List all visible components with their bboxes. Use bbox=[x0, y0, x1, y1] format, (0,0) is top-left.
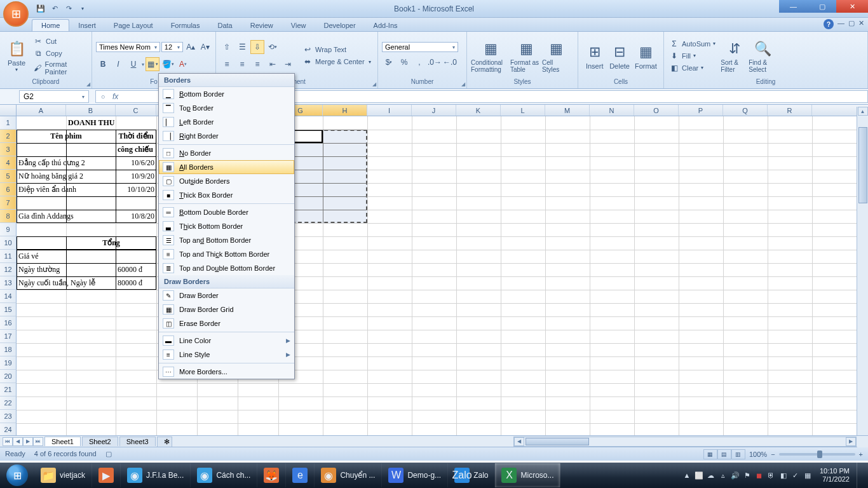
tray-icon[interactable]: ⬜ bbox=[694, 470, 704, 480]
column-header[interactable]: J bbox=[412, 105, 456, 116]
row-header[interactable]: 15 bbox=[0, 303, 17, 316]
border-draw-option[interactable]: ◫Erase Border bbox=[159, 316, 294, 330]
align-middle-icon[interactable]: ☰ bbox=[235, 40, 249, 54]
fill-color-button[interactable]: 🪣▾ bbox=[161, 57, 175, 71]
align-top-icon[interactable]: ⇧ bbox=[220, 40, 234, 54]
macro-record-icon[interactable]: ▢ bbox=[105, 450, 112, 458]
tray-icon[interactable]: ✓ bbox=[790, 470, 801, 480]
taskbar-item[interactable]: e bbox=[286, 463, 315, 487]
border-draw-option[interactable]: ≡Line Style▶ bbox=[159, 348, 294, 362]
tray-icon[interactable]: ◧ bbox=[778, 470, 789, 480]
font-color-button[interactable]: A▾ bbox=[176, 57, 190, 71]
copy-button[interactable]: ⧉Copy bbox=[32, 48, 88, 59]
format-cells-button[interactable]: ▦Format bbox=[632, 42, 660, 70]
dialog-launcher-icon[interactable]: ◢ bbox=[372, 81, 376, 87]
border-option[interactable]: ═Bottom Double Border bbox=[159, 205, 294, 219]
currency-icon[interactable]: $▾ bbox=[382, 55, 396, 69]
tray-icon[interactable]: ▦ bbox=[803, 470, 813, 480]
column-header[interactable]: P bbox=[679, 105, 723, 116]
ribbon-restore-icon[interactable]: ▢ bbox=[848, 19, 855, 29]
cell-styles-button[interactable]: ▦Cell Styles bbox=[542, 39, 570, 73]
row-header[interactable]: 7 bbox=[0, 196, 17, 210]
wrap-text-button[interactable]: ↩Wrap Text bbox=[301, 44, 372, 55]
tab-data[interactable]: Data bbox=[208, 20, 241, 31]
prev-sheet-icon[interactable]: ◀ bbox=[13, 437, 23, 446]
tab-home[interactable]: Home bbox=[32, 19, 69, 31]
border-option[interactable]: ▕Right Border bbox=[159, 129, 294, 143]
office-button[interactable] bbox=[3, 1, 29, 27]
undo-icon[interactable]: ↶ bbox=[49, 3, 60, 15]
cell[interactable]: Thời điểm bbox=[116, 130, 156, 143]
decrease-decimal-icon[interactable]: ←.0 bbox=[443, 55, 457, 69]
font-name-combo[interactable]: Times New Rom▾ bbox=[96, 42, 160, 52]
sheet-tab[interactable]: Sheet2 bbox=[82, 437, 118, 446]
taskbar-item[interactable]: ◉J.F.l.a Be... bbox=[121, 463, 191, 487]
cell[interactable]: 10/9/20 bbox=[116, 170, 156, 183]
qat-more-icon[interactable]: ▾ bbox=[77, 3, 88, 15]
taskbar-clock[interactable]: 10:10 PM 7/1/2022 bbox=[815, 467, 855, 484]
cut-button[interactable]: ✂Cut bbox=[32, 36, 88, 47]
increase-font-icon[interactable]: A▴ bbox=[184, 40, 198, 54]
row-header[interactable]: 22 bbox=[0, 396, 17, 410]
scroll-up-icon[interactable]: ▲ bbox=[858, 107, 868, 116]
align-left-icon[interactable]: ≡ bbox=[220, 57, 234, 71]
start-button[interactable]: ⊞ bbox=[0, 463, 34, 488]
border-option[interactable]: ≡Top and Thick Bottom Border bbox=[159, 247, 294, 261]
row-header[interactable]: 19 bbox=[0, 356, 17, 370]
italic-button[interactable]: I bbox=[111, 57, 125, 71]
ribbon-minimize-icon[interactable]: — bbox=[837, 19, 844, 29]
maximize-button[interactable]: ▢ bbox=[808, 0, 836, 13]
row-header[interactable]: 14 bbox=[0, 290, 17, 303]
border-option[interactable]: ■Thick Box Border bbox=[159, 188, 294, 202]
scrollbar-thumb[interactable] bbox=[526, 438, 589, 445]
align-bottom-icon[interactable]: ⇩ bbox=[250, 40, 264, 54]
paste-button[interactable]: 📋 Paste ▾ bbox=[4, 39, 29, 72]
border-draw-option[interactable]: ▦Draw Border Grid bbox=[159, 302, 294, 316]
column-header[interactable]: Q bbox=[723, 105, 768, 116]
ribbon-close-icon[interactable]: ✕ bbox=[858, 19, 864, 29]
sort-filter-button[interactable]: ⇵Sort & Filter bbox=[721, 39, 749, 73]
help-icon[interactable]: ? bbox=[824, 19, 834, 29]
fx-icon[interactable]: fx bbox=[110, 92, 121, 101]
increase-indent-icon[interactable]: ⇥ bbox=[281, 57, 295, 71]
scroll-left-icon[interactable]: ◀ bbox=[514, 437, 524, 446]
column-header[interactable]: M bbox=[545, 105, 590, 116]
number-format-combo[interactable]: General▾ bbox=[382, 42, 458, 52]
page-layout-view-icon[interactable]: ▤ bbox=[717, 449, 731, 459]
taskbar-item[interactable]: 🦊 bbox=[257, 463, 286, 487]
border-option[interactable]: ≣Top and Double Bottom Border bbox=[159, 261, 294, 275]
column-header[interactable]: N bbox=[590, 105, 634, 116]
percent-icon[interactable]: % bbox=[397, 55, 411, 69]
cell[interactable]: Ngày cuối tuần, Ngày lễ bbox=[17, 276, 128, 290]
taskbar-item[interactable]: WDemo-g... bbox=[382, 463, 448, 487]
select-all-corner[interactable] bbox=[0, 105, 17, 116]
taskbar-item[interactable]: ◉Chuyển ... bbox=[315, 463, 382, 487]
comma-icon[interactable]: , bbox=[412, 55, 426, 69]
sheet-tab[interactable]: Sheet1 bbox=[44, 437, 81, 446]
tab-insert[interactable]: Insert bbox=[69, 20, 105, 31]
tray-icon[interactable]: ◼ bbox=[754, 470, 764, 480]
zoom-in-icon[interactable]: + bbox=[859, 451, 863, 458]
redo-icon[interactable]: ↷ bbox=[63, 3, 74, 15]
page-break-view-icon[interactable]: ▥ bbox=[731, 449, 745, 459]
row-header[interactable]: 12 bbox=[0, 263, 17, 276]
cell[interactable]: Ngày thường bbox=[17, 263, 66, 276]
cell[interactable]: Giá vé bbox=[17, 250, 66, 263]
row-header[interactable]: 21 bbox=[0, 383, 17, 396]
sheet-tab[interactable]: Sheet3 bbox=[119, 437, 156, 446]
border-option[interactable]: ▁Bottom Border bbox=[159, 87, 294, 101]
border-draw-option[interactable]: ✎Draw Border bbox=[159, 288, 294, 302]
row-header[interactable]: 5 bbox=[0, 170, 17, 183]
fill-button[interactable]: ⬇Fill▾ bbox=[668, 50, 717, 62]
borders-button[interactable]: ▦▾ bbox=[146, 57, 159, 71]
tab-page-layout[interactable]: Page Layout bbox=[105, 20, 162, 31]
tray-icon[interactable]: ☁ bbox=[706, 470, 716, 480]
tray-icon[interactable]: ⛨ bbox=[766, 470, 776, 480]
row-header[interactable]: 20 bbox=[0, 370, 17, 383]
row-header[interactable]: 18 bbox=[0, 343, 17, 356]
tray-icon[interactable]: ▵ bbox=[718, 470, 728, 480]
zoom-slider[interactable] bbox=[779, 453, 855, 456]
normal-view-icon[interactable]: ▦ bbox=[703, 449, 717, 459]
cancel-formula-icon[interactable]: ○ bbox=[96, 93, 110, 100]
next-sheet-icon[interactable]: ▶ bbox=[23, 437, 33, 446]
